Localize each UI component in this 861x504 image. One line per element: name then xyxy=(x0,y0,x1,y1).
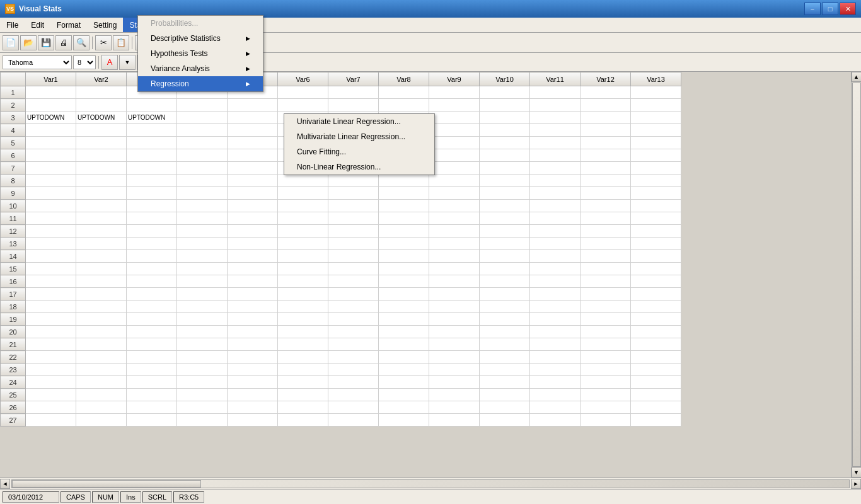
cell-r10-c4[interactable] xyxy=(228,200,278,212)
menu-descriptive-statistics[interactable]: Descriptive Statistics ▶ xyxy=(138,31,263,46)
cell-r26-c6[interactable] xyxy=(328,401,379,414)
cell-r15-c2[interactable] xyxy=(127,263,177,275)
cell-r26-c4[interactable] xyxy=(228,401,278,414)
cell-r19-c12[interactable] xyxy=(631,313,681,326)
cell-r12-c7[interactable] xyxy=(379,225,429,238)
cell-r20-c11[interactable] xyxy=(581,326,631,338)
cell-r12-c12[interactable] xyxy=(631,225,681,238)
cell-r1-c6[interactable] xyxy=(328,86,379,99)
cell-r4-c2[interactable] xyxy=(127,124,177,137)
cell-r4-c10[interactable] xyxy=(530,124,581,137)
col-header-var9[interactable]: Var9 xyxy=(429,72,480,86)
cell-r10-c11[interactable] xyxy=(581,200,631,212)
cell-r15-c1[interactable] xyxy=(76,263,127,275)
menu-multivariate[interactable]: Multivariate Linear Regression... xyxy=(284,129,434,144)
cut-button[interactable]: ✂ xyxy=(95,35,112,50)
cell-r15-c7[interactable] xyxy=(379,263,429,275)
cell-r23-c4[interactable] xyxy=(228,364,278,376)
font-select[interactable]: Tahoma xyxy=(3,55,72,69)
cell-r21-c8[interactable] xyxy=(429,338,480,351)
cell-r27-c0[interactable] xyxy=(26,414,76,427)
cell-r16-c10[interactable] xyxy=(530,275,581,288)
cell-r22-c0[interactable] xyxy=(26,351,76,364)
cell-r22-c5[interactable] xyxy=(278,351,328,364)
cell-r5-c4[interactable] xyxy=(228,137,278,149)
cell-r6-c10[interactable] xyxy=(530,149,581,162)
h-scroll-track[interactable] xyxy=(11,479,850,488)
cell-r23-c3[interactable] xyxy=(177,364,228,376)
cell-r3-c4[interactable] xyxy=(228,112,278,124)
cell-r14-c6[interactable] xyxy=(328,250,379,263)
cell-r14-c7[interactable] xyxy=(379,250,429,263)
cell-r19-c1[interactable] xyxy=(76,313,127,326)
cell-r11-c8[interactable] xyxy=(429,212,480,225)
cell-r6-c11[interactable] xyxy=(581,149,631,162)
cell-r2-c10[interactable] xyxy=(530,99,581,112)
cell-r16-c1[interactable] xyxy=(76,275,127,288)
cell-r11-c12[interactable] xyxy=(631,212,681,225)
cell-r25-c10[interactable] xyxy=(530,389,581,401)
cell-r5-c11[interactable] xyxy=(581,137,631,149)
cell-r6-c3[interactable] xyxy=(177,149,228,162)
cell-r22-c11[interactable] xyxy=(581,351,631,364)
cell-r18-c5[interactable] xyxy=(278,301,328,313)
cell-r10-c8[interactable] xyxy=(429,200,480,212)
cell-r4-c0[interactable] xyxy=(26,124,76,137)
cell-r9-c8[interactable] xyxy=(429,187,480,200)
cell-r10-c7[interactable] xyxy=(379,200,429,212)
cell-r12-c9[interactable] xyxy=(480,225,530,238)
cell-r7-c2[interactable] xyxy=(127,162,177,175)
cell-r21-c1[interactable] xyxy=(76,338,127,351)
cell-r24-c9[interactable] xyxy=(480,376,530,389)
menu-nonlinear[interactable]: Non-Linear Regression... xyxy=(284,159,434,175)
cell-r15-c11[interactable] xyxy=(581,263,631,275)
cell-r14-c0[interactable] xyxy=(26,250,76,263)
cell-r21-c10[interactable] xyxy=(530,338,581,351)
cell-r9-c0[interactable] xyxy=(26,187,76,200)
cell-r20-c9[interactable] xyxy=(480,326,530,338)
preview-button[interactable]: 🔍 xyxy=(73,35,90,50)
minimize-button[interactable]: − xyxy=(804,3,821,15)
cell-r13-c1[interactable] xyxy=(76,238,127,250)
cell-r9-c2[interactable] xyxy=(127,187,177,200)
cell-r2-c0[interactable] xyxy=(26,99,76,112)
cell-r24-c10[interactable] xyxy=(530,376,581,389)
cell-r1-c0[interactable] xyxy=(26,86,76,99)
cell-r8-c9[interactable] xyxy=(480,175,530,187)
cell-r15-c4[interactable] xyxy=(228,263,278,275)
cell-r20-c8[interactable] xyxy=(429,326,480,338)
cell-r21-c5[interactable] xyxy=(278,338,328,351)
cell-r6-c12[interactable] xyxy=(631,149,681,162)
col-header-var12[interactable]: Var12 xyxy=(581,72,631,86)
cell-r23-c1[interactable] xyxy=(76,364,127,376)
cell-r18-c9[interactable] xyxy=(480,301,530,313)
cell-r25-c1[interactable] xyxy=(76,389,127,401)
v-scrollbar[interactable]: ▲ ▼ xyxy=(851,72,861,478)
cell-r21-c12[interactable] xyxy=(631,338,681,351)
cell-r16-c2[interactable] xyxy=(127,275,177,288)
cell-r26-c1[interactable] xyxy=(76,401,127,414)
h-scroll-thumb[interactable] xyxy=(12,480,201,488)
scroll-thumb[interactable] xyxy=(852,83,861,467)
cell-r19-c0[interactable] xyxy=(26,313,76,326)
cell-r16-c6[interactable] xyxy=(328,275,379,288)
menu-format[interactable]: Format xyxy=(50,18,87,32)
cell-r13-c2[interactable] xyxy=(127,238,177,250)
cell-r10-c1[interactable] xyxy=(76,200,127,212)
cell-r21-c11[interactable] xyxy=(581,338,631,351)
cell-r22-c8[interactable] xyxy=(429,351,480,364)
cell-r11-c11[interactable] xyxy=(581,212,631,225)
cell-r5-c0[interactable] xyxy=(26,137,76,149)
cell-r22-c2[interactable] xyxy=(127,351,177,364)
cell-r27-c5[interactable] xyxy=(278,414,328,427)
cell-r13-c6[interactable] xyxy=(328,238,379,250)
cell-r4-c12[interactable] xyxy=(631,124,681,137)
col-header-var1[interactable]: Var1 xyxy=(26,72,76,86)
cell-r16-c0[interactable] xyxy=(26,275,76,288)
cell-r6-c1[interactable] xyxy=(76,149,127,162)
cell-r14-c10[interactable] xyxy=(530,250,581,263)
cell-r19-c11[interactable] xyxy=(581,313,631,326)
print-button[interactable]: 🖨 xyxy=(55,35,72,50)
cell-r11-c7[interactable] xyxy=(379,212,429,225)
cell-r27-c4[interactable] xyxy=(228,414,278,427)
